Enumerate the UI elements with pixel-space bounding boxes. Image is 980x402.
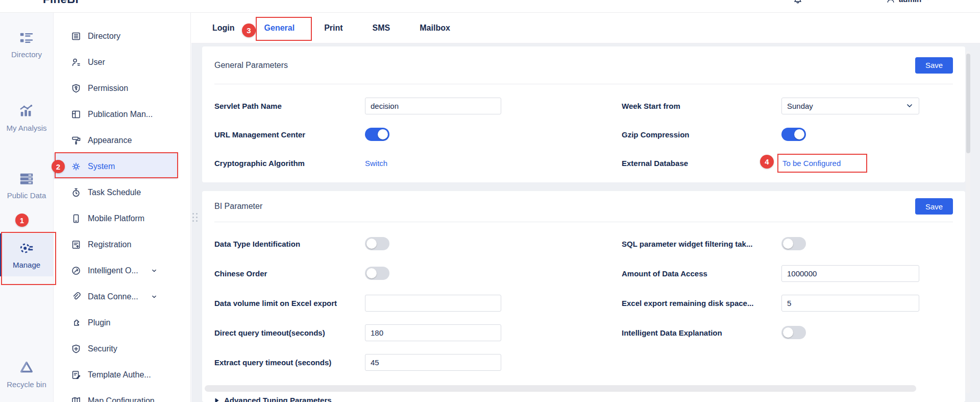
tab-login[interactable]: Login <box>212 23 235 33</box>
form-row: URL Management Center Gzip Compression <box>202 120 965 149</box>
annotation-step-3: 3 <box>242 23 256 37</box>
menu-label: Intelligent O... <box>88 266 138 275</box>
menu-item-system[interactable]: System <box>54 153 177 179</box>
extract-timeout-label: Extract query timeout (seconds) <box>214 358 365 367</box>
rail-item-my-analysis[interactable]: My Analysis <box>0 104 53 132</box>
external-db-configure-link[interactable]: To be Configured <box>782 159 841 168</box>
save-button[interactable]: Save <box>915 198 953 215</box>
tab-mailbox[interactable]: Mailbox <box>420 23 450 33</box>
settings-tabbar: Login General Print SMS Mailbox <box>191 13 980 43</box>
servlet-path-label: Servlet Path Name <box>214 102 365 110</box>
map-icon <box>71 396 81 402</box>
menu-item-appearance[interactable]: Appearance <box>54 127 190 153</box>
chevron-down-icon <box>905 102 914 110</box>
menu-item-registration[interactable]: Registration <box>54 231 190 257</box>
top-header: FineBI admin <box>0 0 980 13</box>
paperclip-icon <box>71 292 81 302</box>
menu-label: System <box>88 162 115 171</box>
rail-item-public-data[interactable]: Public Data <box>0 171 53 200</box>
menu-item-map-configuration[interactable]: Map Configuration <box>54 388 190 402</box>
menu-label: Template Authe... <box>88 370 151 380</box>
servlet-path-input[interactable] <box>365 98 501 114</box>
public-data-icon <box>19 171 34 186</box>
url-mgmt-toggle[interactable] <box>365 128 389 141</box>
rail-label: My Analysis <box>6 124 46 132</box>
menu-label: Publication Man... <box>88 110 153 119</box>
data-type-toggle[interactable] <box>365 237 389 250</box>
excel-volume-label: Data volume limit on Excel export <box>214 299 365 308</box>
save-button[interactable]: Save <box>915 57 953 74</box>
card-title: General Parameters <box>214 61 288 70</box>
week-start-select[interactable]: Sunday <box>781 98 919 114</box>
url-mgmt-label: URL Management Center <box>214 130 365 139</box>
chevron-down-icon <box>150 293 158 301</box>
rail-item-directory[interactable]: Directory <box>0 30 53 59</box>
excel-disk-input[interactable] <box>781 295 919 312</box>
menu-item-user[interactable]: User <box>54 49 190 75</box>
advanced-tuning-toggle[interactable]: Advanced Tuning Parameters <box>202 396 965 402</box>
rail-label: Public Data <box>7 191 46 200</box>
drag-handle[interactable] <box>192 213 198 222</box>
gzip-label: Gzip Compression <box>622 130 781 139</box>
direct-timeout-input[interactable] <box>365 324 501 341</box>
vertical-scrollbar-thumb[interactable] <box>966 54 970 153</box>
crypto-switch-link[interactable]: Switch <box>365 159 387 168</box>
excel-volume-input[interactable] <box>365 295 501 312</box>
menu-item-permission[interactable]: Permission <box>54 75 190 101</box>
menu-item-intelligent-ops[interactable]: Intelligent O... <box>54 257 190 283</box>
form-row: Cryptographic Algorithm Switch External … <box>202 149 965 177</box>
menu-item-template-authentication[interactable]: Template Authe... <box>54 362 190 388</box>
external-db-label: External Database <box>622 159 781 168</box>
form-row: Servlet Path Name Week Start from Sunday <box>202 91 965 120</box>
menu-label: Task Schedule <box>88 188 141 197</box>
excel-disk-label: Excel export remaining disk space... <box>622 299 781 308</box>
chinese-order-toggle[interactable] <box>365 267 389 280</box>
form-row: Direct query timeout(seconds) Intelligen… <box>202 318 965 347</box>
form-row: Data Type Identification SQL parameter w… <box>202 229 965 258</box>
tab-print[interactable]: Print <box>324 23 342 33</box>
intelligent-toggle[interactable] <box>781 326 806 339</box>
crypto-label: Cryptographic Algorithm <box>214 159 365 168</box>
menu-label: User <box>88 58 105 67</box>
menu-item-task-schedule[interactable]: Task Schedule <box>54 179 190 205</box>
menu-label: Security <box>88 344 117 353</box>
main-content: Login General Print SMS Mailbox General … <box>191 13 980 402</box>
gzip-toggle[interactable] <box>781 128 806 141</box>
manage-menu-panel: Directory User Permission Publication Ma… <box>54 13 191 402</box>
paint-roller-icon <box>71 135 81 146</box>
menu-item-data-connection[interactable]: Data Conne... <box>54 283 190 310</box>
sql-param-toggle[interactable] <box>781 237 806 250</box>
general-parameters-card: General Parameters Save Servlet Path Nam… <box>202 46 965 182</box>
security-shield-icon <box>71 344 81 354</box>
menu-item-directory[interactable]: Directory <box>54 23 190 49</box>
user-avatar-icon <box>886 0 895 4</box>
my-analysis-icon <box>19 104 34 119</box>
tab-general[interactable]: General <box>264 23 295 33</box>
rail-item-recycle-bin[interactable]: Recycle bin <box>0 360 53 389</box>
menu-label: Mobile Platform <box>88 214 144 223</box>
template-auth-icon <box>71 370 81 380</box>
extract-timeout-input[interactable] <box>365 354 501 371</box>
menu-item-security[interactable]: Security <box>54 336 190 362</box>
horizontal-scrollbar[interactable] <box>205 385 916 392</box>
notification-bell-icon[interactable] <box>793 0 802 4</box>
week-start-label: Week Start from <box>622 102 781 110</box>
permission-key-icon <box>71 83 81 93</box>
rail-label: Manage <box>13 261 40 269</box>
finebi-logo: FineBI <box>43 0 79 6</box>
form-row: Data volume limit on Excel export Excel … <box>202 288 965 318</box>
annotation-step-1: 1 <box>15 214 29 227</box>
intelligent-ops-icon <box>71 266 81 276</box>
menu-item-plugin[interactable]: Plugin <box>54 310 190 336</box>
recycle-bin-icon <box>19 360 34 375</box>
menu-label: Data Conne... <box>88 292 138 301</box>
direct-timeout-label: Direct query timeout(seconds) <box>214 328 365 337</box>
form-row: Chinese Order Amount of Data Access <box>202 258 965 288</box>
week-start-value: Sunday <box>787 102 813 110</box>
menu-item-publication-management[interactable]: Publication Man... <box>54 101 190 127</box>
rail-item-manage[interactable]: Manage <box>0 233 53 276</box>
tab-sms[interactable]: SMS <box>373 23 390 33</box>
menu-item-mobile-platform[interactable]: Mobile Platform <box>54 205 190 231</box>
amount-access-input[interactable] <box>781 265 919 282</box>
account-menu[interactable]: admin <box>886 0 931 4</box>
